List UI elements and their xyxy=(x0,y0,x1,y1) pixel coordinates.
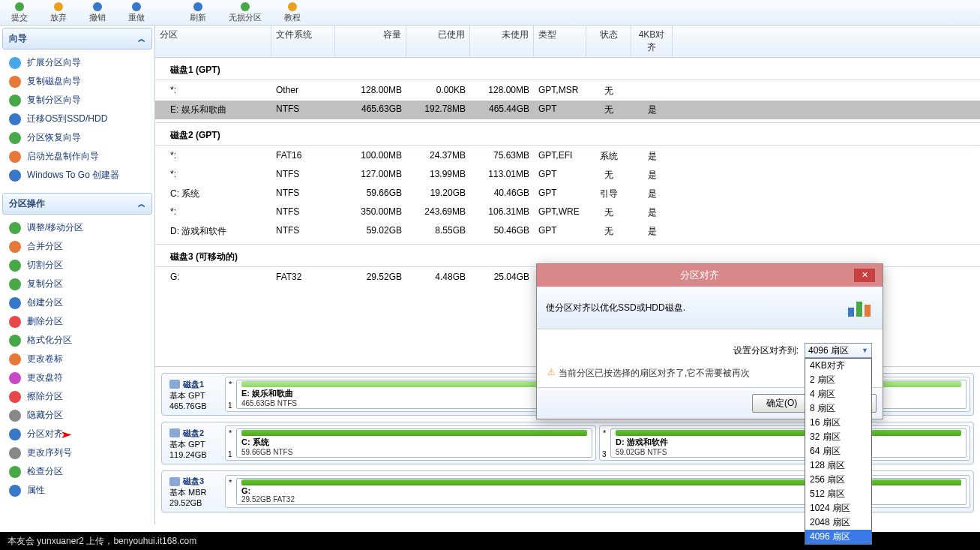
ok-button[interactable]: 确定(O) xyxy=(752,394,811,413)
toolbar-重做[interactable]: 重做 xyxy=(117,0,156,25)
tool-icon xyxy=(91,2,103,12)
item-icon xyxy=(9,410,21,422)
dropdown-option[interactable]: 1024 扇区 xyxy=(805,501,871,515)
sidebar-item[interactable]: 格式化分区 xyxy=(4,331,150,350)
tool-icon xyxy=(13,2,25,12)
toolbar-刷新[interactable]: 刷新 xyxy=(178,0,217,25)
sidebar-item[interactable]: 切割分区 xyxy=(4,256,150,275)
table-row[interactable]: E: 娱乐和歌曲NTFS465.63GB192.78MB465.44GBGPT无… xyxy=(155,101,980,119)
toolbar-无损分区[interactable]: 无损分区 xyxy=(217,0,273,25)
warning-icon: ⚠ xyxy=(547,367,556,377)
table-row[interactable]: *:Other128.00MB0.00KB128.00MBGPT,MSR无 xyxy=(155,82,980,101)
align-label: 设置分区对齐到: xyxy=(547,344,805,357)
item-icon xyxy=(9,297,21,309)
sidebar-item[interactable]: 复制分区向导 xyxy=(4,91,150,110)
ops-list: 调整/移动分区合并分区切割分区复制分区创建分区删除分区格式化分区更改卷标更改盘符… xyxy=(0,217,154,506)
disk-icon xyxy=(169,477,180,486)
table-row[interactable]: C: 系统NTFS59.66GB19.20GB40.46GBGPT引导是 xyxy=(155,185,980,203)
sidebar-item[interactable]: 合并分区 xyxy=(4,237,150,256)
sidebar-item[interactable]: Windows To Go 创建器 xyxy=(4,166,150,185)
item-icon xyxy=(9,391,21,403)
sidebar-item[interactable]: 调整/移动分区 xyxy=(4,218,150,237)
wizard-panel-header[interactable]: 向导︽ xyxy=(2,28,152,50)
item-icon xyxy=(9,372,21,384)
item-icon xyxy=(9,485,21,497)
table-row[interactable]: D: 游戏和软件NTFS59.02GB8.55GB50.46GBGPT无是 xyxy=(155,222,980,241)
item-icon xyxy=(9,132,21,144)
sidebar-item[interactable]: 分区恢复向导 xyxy=(4,128,150,147)
dropdown-option[interactable]: 512 扇区 xyxy=(805,487,871,501)
sidebar-item[interactable]: 分区对齐➤ xyxy=(4,425,150,443)
table-row[interactable]: *:NTFS127.00MB13.99MB113.01MBGPT无是 xyxy=(155,166,980,185)
chevron-up-icon: ︽ xyxy=(138,199,145,209)
arrow-icon: ➤ xyxy=(60,428,73,440)
item-icon xyxy=(9,95,21,107)
sidebar-item[interactable]: 更改卷标 xyxy=(4,350,150,368)
dialog-info-text: 使分区对齐以优化SSD或HDD磁盘. xyxy=(546,302,685,314)
sidebar-item[interactable]: 更改盘符 xyxy=(4,368,150,387)
item-icon xyxy=(9,222,21,234)
table-row[interactable]: *:NTFS350.00MB243.69MB106.31MBGPT,WRE无是 xyxy=(155,203,980,222)
sidebar-item[interactable]: 创建分区 xyxy=(4,293,150,312)
item-icon xyxy=(9,260,21,272)
tool-icon xyxy=(192,2,204,12)
dropdown-option[interactable]: 8 扇区 xyxy=(805,401,871,416)
chevron-down-icon: ▼ xyxy=(862,347,868,354)
svg-point-2 xyxy=(93,2,102,11)
sidebar-item[interactable]: 复制磁盘向导 xyxy=(4,72,150,91)
chart-icon xyxy=(847,297,874,318)
sidebar-item[interactable]: 复制分区 xyxy=(4,275,150,293)
sidebar-item[interactable]: 检查分区 xyxy=(4,462,150,481)
item-icon xyxy=(9,428,21,440)
svg-point-1 xyxy=(54,2,63,11)
partition-segment[interactable]: 3D: 游戏和软件59.02GB NTFS xyxy=(599,425,970,461)
sidebar-item[interactable]: 迁移OS到SSD/HDD xyxy=(4,110,150,128)
sidebar-item[interactable]: 隐藏分区 xyxy=(4,406,150,425)
table-row[interactable]: *:FAT16100.00MB24.37MB75.63MBGPT,EFI系统是 xyxy=(155,147,980,166)
sidebar-item[interactable]: 擦除分区 xyxy=(4,387,150,406)
disk-icon xyxy=(169,380,180,389)
toolbar: 提交放弃撤销重做刷新无损分区教程 xyxy=(0,0,980,26)
svg-point-3 xyxy=(132,2,141,11)
dropdown-option[interactable]: 2 扇区 xyxy=(805,373,871,387)
tool-icon xyxy=(52,2,64,12)
svg-rect-9 xyxy=(865,305,871,317)
item-icon xyxy=(9,57,21,69)
dropdown-option[interactable]: 4096 扇区 xyxy=(805,530,871,544)
partition-segment[interactable]: 1C: 系统59.66GB NTFS xyxy=(225,425,596,461)
dropdown-option[interactable]: 64 扇区 xyxy=(805,444,871,458)
disk-header: 磁盘1 (GPT) xyxy=(155,58,980,80)
disk-icon xyxy=(169,428,180,437)
toolbar-教程[interactable]: 教程 xyxy=(273,0,312,25)
sidebar-item[interactable]: 更改序列号 xyxy=(4,443,150,462)
dropdown-option[interactable]: 16 扇区 xyxy=(805,416,871,430)
sidebar-item[interactable]: 删除分区 xyxy=(4,312,150,331)
item-icon xyxy=(9,335,21,347)
dropdown-option[interactable]: 32 扇区 xyxy=(805,430,871,444)
toolbar-撤销[interactable]: 撤销 xyxy=(78,0,117,25)
table-header: 分区 文件系统 容量 已使用 未使用 类型 状态 4KB对齐 xyxy=(155,26,980,58)
svg-point-4 xyxy=(193,2,202,11)
close-icon[interactable]: ✕ xyxy=(854,269,875,282)
item-icon xyxy=(9,278,21,290)
dialog-titlebar: 分区对齐 ✕ xyxy=(537,264,883,287)
svg-point-5 xyxy=(241,2,250,11)
item-icon xyxy=(9,76,21,88)
sidebar-item[interactable]: 属性 xyxy=(4,481,150,500)
sidebar-item[interactable]: 扩展分区向导 xyxy=(4,53,150,72)
svg-rect-8 xyxy=(856,302,862,317)
dropdown-option[interactable]: 4 扇区 xyxy=(805,387,871,401)
dropdown-option[interactable]: 4KB对齐 xyxy=(805,359,871,373)
dropdown-option[interactable]: 256 扇区 xyxy=(805,473,871,487)
dropdown-option[interactable]: 2048 扇区 xyxy=(805,515,871,530)
item-icon xyxy=(9,466,21,478)
toolbar-提交[interactable]: 提交 xyxy=(0,0,39,25)
sector-dropdown: 4KB对齐2 扇区4 扇区8 扇区16 扇区32 扇区64 扇区128 扇区25… xyxy=(805,358,872,545)
sector-select[interactable]: 4096 扇区▼ xyxy=(805,343,872,358)
item-icon xyxy=(9,170,21,182)
sidebar-item[interactable]: 启动光盘制作向导 xyxy=(4,147,150,166)
toolbar-放弃[interactable]: 放弃 xyxy=(39,0,78,25)
ops-panel-header[interactable]: 分区操作︽ xyxy=(2,193,152,215)
dropdown-option[interactable]: 128 扇区 xyxy=(805,458,871,473)
chevron-up-icon: ︽ xyxy=(138,34,145,44)
